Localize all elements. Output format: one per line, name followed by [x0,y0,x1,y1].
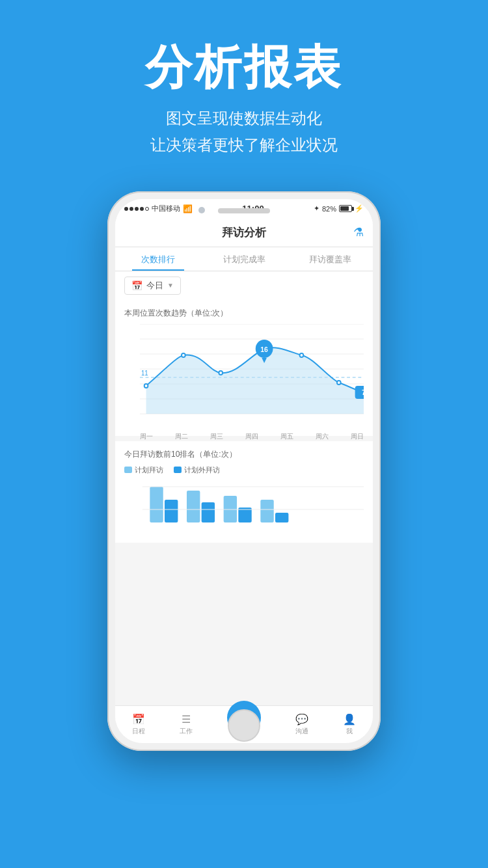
hero-title: 分析报表 [0,39,488,95]
date-selector-area: 📅 今日 ▼ [115,271,373,300]
status-left: 中国移动 📶 [124,204,193,213]
dropdown-arrow: ▼ [167,282,174,289]
line-chart-card: 本周位置次数趋势（单位:次） [115,300,373,436]
phone-screen: 中国移动 📶 11:00 ✦ 82% ⚡ 拜访分析 ⚗ [115,199,373,743]
signal-dots [124,207,149,211]
carrier-name: 中国移动 [152,204,180,213]
dot2 [129,207,133,211]
status-right: ✦ 82% ⚡ [314,204,364,213]
x-label-fri: 周五 [280,432,293,441]
phone-camera [198,207,205,213]
legend-planned-dot [124,467,132,473]
phone-home-button[interactable] [228,709,260,742]
x-label-sun: 周日 [351,432,364,441]
battery-percent: 82% [322,205,336,213]
svg-point-9 [182,353,185,357]
dot1 [124,207,128,211]
battery-fill [340,206,349,211]
battery-icon [339,205,352,212]
x-label-thu: 周四 [245,432,258,441]
dot3 [135,207,139,211]
svg-point-13 [337,381,341,385]
filter-icon[interactable]: ⚗ [353,225,364,239]
nav-schedule[interactable]: 📅 日程 [132,713,145,736]
legend-unplanned: 计划外拜访 [174,465,220,475]
svg-rect-33 [202,502,215,522]
tab-visit-count[interactable]: 次数排行 [115,247,201,271]
work-icon: ☰ [182,713,191,726]
nav-bar: 拜访分析 ⚗ [115,219,373,247]
chart-legend: 计划拜访 计划外拜访 [124,465,364,475]
charging-icon: ⚡ [355,204,364,213]
line-chart-area: 16 7 11 18 15 12 9 [140,324,364,428]
bar-chart-title: 今日拜访数前10排名（单位:次） [124,449,364,460]
nav-communicate[interactable]: 💬 沟通 [295,713,308,736]
bar-chart-svg: 600 500 [142,480,364,532]
bluetooth-icon: ✦ [314,204,319,213]
svg-text:16: 16 [260,346,268,353]
schedule-icon: 📅 [132,713,145,726]
svg-rect-37 [275,513,288,522]
svg-point-12 [300,353,304,357]
bar-chart-card: 今日拜访数前10排名（单位:次） 计划拜访 计划外拜访 [115,441,373,543]
tab-coverage-rate[interactable]: 拜访覆盖率 [287,247,373,271]
user-icon: 👤 [343,713,356,726]
phone-frame: 中国移动 📶 11:00 ✦ 82% ⚡ 拜访分析 ⚗ [107,191,381,751]
nav-title: 拜访分析 [222,225,266,240]
date-button[interactable]: 📅 今日 ▼ [124,277,181,295]
nav-me[interactable]: 👤 我 [343,713,356,736]
dot5 [145,207,149,211]
hero-subtitle: 图文呈现使数据生动化 让决策者更快了解企业状况 [0,105,488,159]
scroll-content: 本周位置次数趋势（单位:次） [115,300,373,705]
tab-bar: 次数排行 计划完成率 拜访覆盖率 [115,247,373,271]
nav-work[interactable]: ☰ 工作 [180,713,193,736]
phone-speaker [218,208,270,213]
x-axis-labels: 周一 周二 周三 周四 周五 周六 周日 [140,432,364,441]
svg-text:11: 11 [141,370,148,377]
svg-rect-31 [165,500,178,522]
svg-rect-32 [187,491,200,522]
line-chart-title: 本周位置次数趋势（单位:次） [124,308,364,319]
svg-point-10 [219,371,223,375]
dot4 [140,207,144,211]
calendar-icon: 📅 [131,280,142,291]
svg-point-8 [144,384,148,388]
x-label-mon: 周一 [140,432,153,441]
svg-rect-30 [150,487,163,522]
svg-rect-36 [260,500,273,522]
x-label-wed: 周三 [210,432,223,441]
x-label-tue: 周二 [175,432,188,441]
legend-unplanned-dot [174,467,182,473]
svg-text:7: 7 [362,388,364,396]
bar-chart-container: 600 500 [124,480,364,535]
hero-section: 分析报表 图文呈现使数据生动化 让决策者更快了解企业状况 [0,0,488,178]
tab-completion-rate[interactable]: 计划完成率 [201,247,287,271]
wifi-icon: 📶 [183,204,193,213]
legend-planned: 计划拜访 [124,465,163,475]
x-label-sat: 周六 [316,432,329,441]
phone-mockup: 中国移动 📶 11:00 ✦ 82% ⚡ 拜访分析 ⚗ [0,191,488,751]
line-chart-svg: 16 7 11 18 15 12 9 [140,324,364,428]
date-label: 今日 [146,280,163,292]
chat-icon: 💬 [295,713,308,726]
